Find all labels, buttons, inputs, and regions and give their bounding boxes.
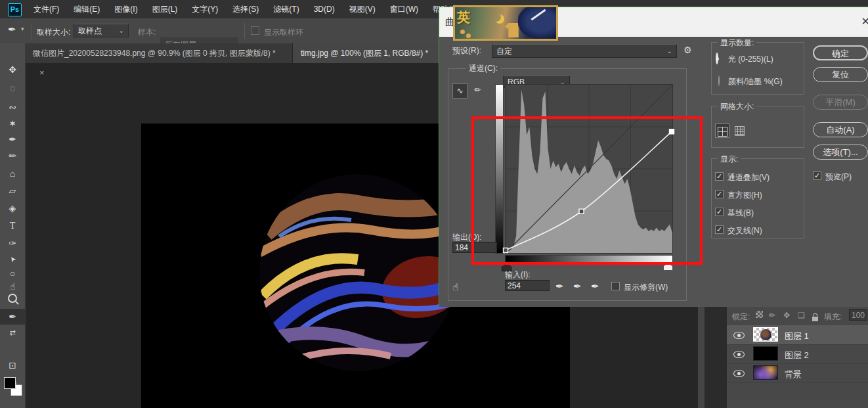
layer-name[interactable]: 图层 2	[785, 350, 809, 361]
planet-artwork	[259, 174, 456, 371]
type-tool-icon[interactable]: T	[0, 218, 25, 234]
input-value-field[interactable]: 254	[505, 280, 550, 291]
ad-dot-icon	[460, 30, 465, 34]
lock-position-icon[interactable]: ✥	[783, 311, 790, 320]
menu-3d[interactable]: 3D(D)	[307, 0, 342, 18]
smooth-button: 平滑(M)	[813, 95, 868, 110]
chevron-down-icon: ⌄	[667, 45, 672, 57]
channel-overlays-label: 通道叠加(V)	[727, 172, 770, 183]
layer-thumbnail[interactable]	[753, 327, 778, 342]
gray-point-eyedropper-icon[interactable]: ✒	[573, 281, 582, 292]
layer-name[interactable]: 图层 1	[785, 330, 809, 342]
show-clipping-checkbox[interactable]	[611, 282, 620, 290]
histogram-checkbox[interactable]	[715, 190, 724, 198]
input-label: 输入(I):	[505, 269, 531, 281]
lock-pixels-icon[interactable]: ✏	[769, 311, 775, 320]
active-eyedropper-tool-icon[interactable]: ✒	[0, 309, 25, 325]
eraser-tool-icon[interactable]: ▱	[0, 183, 25, 198]
edit-points-curve-icon[interactable]: ∿	[452, 83, 467, 99]
ok-button[interactable]: 确定	[813, 45, 868, 60]
preset-select[interactable]: 自定 ⌄	[492, 44, 677, 58]
menu-items: 文件(F) 编辑(E) 图像(I) 图层(L) 文字(Y) 选择(S) 滤镜(T…	[26, 0, 467, 18]
dialog-close-icon[interactable]: ✕	[861, 15, 868, 28]
lock-artboard-icon[interactable]: ❏	[798, 311, 805, 320]
simple-grid-icon[interactable]	[715, 124, 729, 138]
detailed-grid-icon[interactable]	[732, 124, 747, 138]
zoom-tool-icon[interactable]	[0, 292, 25, 307]
fill-value-field[interactable]: 100	[849, 309, 867, 321]
auto-button[interactable]: 自动(A)	[813, 122, 868, 137]
magic-wand-tool-icon[interactable]: ✶	[0, 116, 25, 131]
layers-panel: 锁定: ✏ ✥ ❏ 填充: 100 图层 1 图层 2 背景	[727, 306, 868, 408]
menu-filter[interactable]: 滤镜(T)	[266, 0, 306, 18]
preview-checkbox[interactable]	[813, 171, 821, 180]
sample-layers-label: 样本:	[138, 27, 156, 38]
panel-dock-divider[interactable]	[698, 306, 705, 408]
black-point-eyedropper-icon[interactable]: ✒	[555, 281, 564, 292]
preset-label: 预设(R):	[452, 45, 481, 57]
lock-all-icon[interactable]	[812, 317, 818, 321]
baseline-checkbox[interactable]	[715, 208, 724, 216]
layer-row-1[interactable]: 图层 1	[727, 325, 868, 345]
lasso-tool-icon[interactable]: ∾	[0, 99, 25, 115]
eyedropper-tool-icon[interactable]: ✒	[0, 131, 25, 147]
pigment-ink-radio[interactable]	[718, 76, 720, 86]
pigment-ink-radio-label: 颜料/油墨 %(G)	[728, 76, 783, 87]
lock-transparency-icon[interactable]	[756, 311, 763, 318]
visibility-eye-icon[interactable]	[733, 351, 745, 358]
layer-name[interactable]: 背景	[785, 369, 802, 380]
sample-size-label: 取样大小:	[37, 27, 70, 38]
layer-thumbnail[interactable]	[753, 346, 778, 361]
menu-layer[interactable]: 图层(L)	[145, 0, 185, 18]
tab-title: 微信图片_20200528233948.png @ 90.9% (图层 0 拷贝…	[33, 49, 276, 58]
show-clipping-label: 显示修剪(W)	[624, 282, 668, 293]
quick-mask-icon[interactable]: ⊡	[0, 357, 25, 373]
menu-type[interactable]: 文字(Y)	[184, 0, 225, 18]
draw-curve-pencil-icon[interactable]: ✏	[470, 83, 485, 99]
show-legend: 显示:	[718, 154, 741, 165]
layer-row-background[interactable]: 背景	[727, 363, 868, 383]
visibility-eye-icon[interactable]	[733, 332, 745, 339]
menu-select[interactable]: 选择(S)	[225, 0, 266, 18]
tool-preset-chevron-icon[interactable]: ▾	[21, 26, 24, 32]
marquee-tool-icon[interactable]: ◌	[0, 80, 25, 96]
tools-panel: ✥ ◌ ∾ ✶ ✒ ✏ ⌂ ▱ ◈ T ✑ ➤ ○ ☝ ✒ ⇄ ⊡ ❏	[0, 43, 26, 408]
paint-bucket-tool-icon[interactable]: ◈	[0, 200, 25, 216]
menu-image[interactable]: 图像(I)	[107, 0, 144, 18]
game-ad-overlay[interactable]: 英	[453, 5, 558, 41]
photoshop-window: Ps 文件(F) 编辑(E) 图像(I) 图层(L) 文字(Y) 选择(S) 滤…	[0, 0, 868, 408]
intersection-line-checkbox[interactable]	[715, 225, 724, 234]
close-tab-icon[interactable]: ×	[39, 68, 45, 78]
visibility-eye-icon[interactable]	[733, 370, 745, 377]
brush-tool-icon[interactable]: ✏	[0, 148, 25, 164]
ad-moon-icon	[492, 12, 501, 22]
tab-title: timg.jpg @ 100% (图层 1, RGB/8#) *	[301, 49, 428, 58]
swap-colors-icon[interactable]: ⇄	[0, 325, 25, 340]
fill-label: 填充:	[824, 311, 842, 323]
sample-size-select[interactable]: 取样点 ⌄	[74, 24, 129, 37]
menu-view[interactable]: 视图(V)	[342, 0, 383, 18]
channel-overlays-checkbox[interactable]	[715, 172, 724, 181]
foreground-color-swatch[interactable]	[4, 377, 16, 389]
reset-button[interactable]: 复位	[813, 67, 868, 82]
light-radio[interactable]	[716, 53, 718, 64]
intersection-line-label: 交叉线(N)	[727, 225, 762, 237]
ad-character-glyph: 英	[457, 9, 470, 26]
display-amount-group: 显示数量: 光 (0-255)(L) 颜料/油墨 %(G)	[711, 42, 804, 95]
targeted-adjustment-icon[interactable]: ☝	[452, 281, 458, 293]
layer-thumbnail[interactable]	[753, 365, 778, 380]
sample-size-value: 取样点	[78, 26, 102, 35]
eyedropper-tool-preview-icon[interactable]: ✒	[8, 24, 16, 35]
preset-options-gear-icon[interactable]: ⚙	[684, 45, 692, 55]
menu-edit[interactable]: 编辑(E)	[66, 0, 107, 18]
tab-wechat-image[interactable]: 微信图片_20200528233948.png @ 90.9% (图层 0 拷贝…	[25, 43, 293, 63]
white-point-eyedropper-icon[interactable]: ✒	[591, 281, 599, 292]
menu-file[interactable]: 文件(F)	[26, 0, 66, 18]
clone-stamp-tool-icon[interactable]: ⌂	[0, 166, 25, 181]
channel-label: 通道(C):	[466, 63, 500, 74]
layer-row-2[interactable]: 图层 2	[727, 344, 868, 364]
tab-timg-jpg[interactable]: timg.jpg @ 100% (图层 1, RGB/8#) *	[293, 43, 453, 63]
menu-window[interactable]: 窗口(W)	[383, 0, 425, 18]
options-button[interactable]: 选项(T)...	[813, 145, 868, 160]
move-tool-icon[interactable]: ✥	[0, 62, 25, 78]
